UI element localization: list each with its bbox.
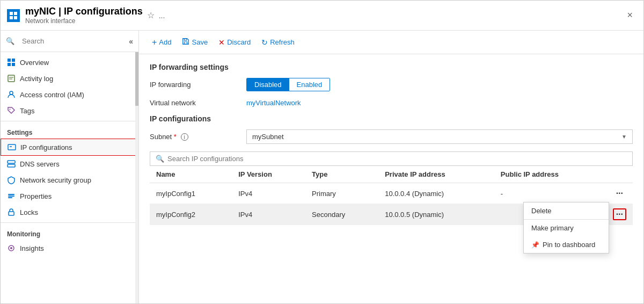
refresh-button[interactable]: ↻ Refresh: [257, 36, 299, 49]
toolbar: + Add Save ✕ Discard ↻ Refresh: [139, 31, 643, 54]
info-icon[interactable]: i: [181, 133, 188, 141]
svg-rect-17: [8, 194, 14, 195]
sidebar-item-label: Network security group: [20, 176, 91, 184]
ip-forwarding-section-title: IP forwarding settings: [150, 63, 633, 71]
user-icon: [7, 90, 16, 99]
svg-rect-2: [10, 16, 13, 19]
sidebar-item-ip-configurations[interactable]: IP configurations: [1, 139, 138, 156]
sidebar-item-label: Locks: [20, 208, 38, 216]
shield-icon: [7, 176, 16, 184]
add-icon: +: [152, 38, 157, 47]
cell-more-actions: ···: [606, 183, 633, 204]
sidebar-item-tags[interactable]: Tags: [1, 103, 138, 119]
collapse-sidebar-button[interactable]: «: [129, 37, 133, 46]
subnet-dropdown[interactable]: mySubnet ▼: [246, 129, 633, 144]
sidebar-item-network-security-group[interactable]: Network security group: [1, 172, 138, 188]
context-menu-pin-dashboard[interactable]: 📌 Pin to dashboard: [524, 236, 609, 253]
context-menu-delete[interactable]: Delete: [524, 202, 609, 220]
svg-rect-16: [8, 164, 15, 167]
toggle-enabled-button[interactable]: Enabled: [289, 78, 330, 91]
pin-icon: 📌: [531, 241, 539, 249]
svg-rect-5: [12, 59, 15, 62]
form-content: IP forwarding settings IP forwarding Dis…: [139, 54, 643, 303]
svg-rect-6: [8, 63, 11, 66]
sidebar-item-label: Insights: [20, 244, 44, 252]
svg-rect-8: [8, 75, 14, 82]
subnet-value: mySubnet: [252, 133, 284, 141]
cell-ip-version: IPv4: [232, 204, 305, 225]
add-button[interactable]: + Add: [148, 35, 175, 49]
monitoring-divider: [1, 222, 138, 223]
discard-icon: ✕: [218, 38, 225, 47]
sidebar-item-label: Properties: [20, 192, 52, 200]
svg-rect-4: [8, 59, 11, 62]
page-subtitle: Network interface: [25, 17, 143, 25]
discard-button[interactable]: ✕ Discard: [214, 36, 255, 49]
cell-private-ip: 10.0.0.5 (Dynamic): [378, 204, 494, 225]
context-menu: Delete Make primary 📌 Pin to dashboard: [523, 202, 609, 254]
table-row: myIpConfig1 IPv4 Primary 10.0.0.4 (Dynam…: [150, 183, 633, 204]
virtual-network-label: Virtual network: [150, 99, 246, 107]
ip-configurations-section-title: IP configurations: [150, 114, 633, 123]
svg-rect-19: [8, 197, 12, 198]
virtual-network-row: Virtual network myVirtualNetwork: [150, 99, 633, 107]
col-type: Type: [305, 166, 378, 183]
svg-rect-15: [8, 161, 15, 163]
subnet-label: Subnet * i: [150, 133, 246, 141]
row-more-button-active[interactable]: ···: [613, 208, 626, 220]
nav-list: Overview Activity log Access control (IA…: [1, 52, 138, 303]
row-more-button[interactable]: ···: [613, 187, 626, 199]
title-action-group: ☆ ...: [147, 10, 165, 20]
ip-config-table: Name IP Version Type Private IP address …: [150, 166, 633, 225]
cell-public-ip: -: [494, 183, 606, 204]
svg-point-12: [10, 109, 11, 110]
subnet-row: Subnet * i mySubnet ▼: [150, 129, 633, 144]
ip-config-search-box[interactable]: 🔍: [150, 151, 633, 166]
sidebar-item-properties[interactable]: Properties: [1, 188, 138, 204]
cell-type: Primary: [305, 183, 378, 204]
search-input[interactable]: [18, 35, 126, 47]
sidebar-item-label: Tags: [20, 107, 34, 115]
sidebar-search-box[interactable]: 🔍 «: [1, 31, 138, 52]
title-text-group: myNIC | IP configurations Network interf…: [25, 6, 143, 25]
main-layout: 🔍 « Overview: [1, 31, 643, 303]
more-options-icon[interactable]: ...: [159, 11, 165, 20]
table-row: myIpConfig2 IPv4 Secondary 10.0.0.5 (Dyn…: [150, 204, 633, 225]
sidebar-item-activity-log[interactable]: Activity log: [1, 70, 138, 86]
favorite-star-icon[interactable]: ☆: [147, 10, 155, 20]
cell-type: Secondary: [305, 204, 378, 225]
chevron-down-icon: ▼: [621, 134, 627, 140]
svg-point-22: [10, 247, 12, 249]
page-title: myNIC | IP configurations: [25, 6, 143, 17]
refresh-icon: ↻: [261, 38, 268, 47]
sidebar-item-dns-servers[interactable]: DNS servers: [1, 156, 138, 172]
col-public-ip: Public IP address: [494, 166, 606, 183]
save-icon: [182, 38, 189, 47]
svg-rect-0: [10, 12, 13, 15]
context-menu-make-primary[interactable]: Make primary: [524, 220, 609, 236]
search-icon: 🔍: [6, 37, 14, 45]
cell-name: myIpConfig2: [150, 204, 232, 225]
props-icon: [7, 192, 16, 200]
svg-rect-20: [9, 212, 14, 215]
sidebar-item-locks[interactable]: Locks: [1, 204, 138, 220]
ip-config-search-input[interactable]: [167, 155, 627, 163]
sidebar-item-access-control[interactable]: Access control (IAM): [1, 86, 138, 103]
ip-forwarding-row: IP forwarding Disabled Enabled: [150, 78, 633, 91]
title-bar: myNIC | IP configurations Network interf…: [1, 1, 643, 31]
sidebar-item-insights[interactable]: Insights: [1, 240, 138, 256]
sidebar-item-overview[interactable]: Overview: [1, 54, 138, 70]
cell-name: myIpConfig1: [150, 183, 232, 204]
ip-forwarding-label: IP forwarding: [150, 81, 246, 89]
search-icon: 🔍: [156, 155, 164, 163]
svg-point-11: [10, 91, 13, 95]
save-button[interactable]: Save: [178, 35, 212, 49]
cell-private-ip: 10.0.0.4 (Dynamic): [378, 183, 494, 204]
virtual-network-link[interactable]: myVirtualNetwork: [246, 99, 301, 107]
svg-rect-1: [14, 12, 17, 15]
settings-section-label: Settings: [1, 124, 138, 139]
close-button[interactable]: ×: [623, 8, 637, 23]
svg-rect-18: [8, 196, 14, 197]
toggle-disabled-button[interactable]: Disabled: [247, 78, 289, 91]
col-ip-version: IP Version: [232, 166, 305, 183]
